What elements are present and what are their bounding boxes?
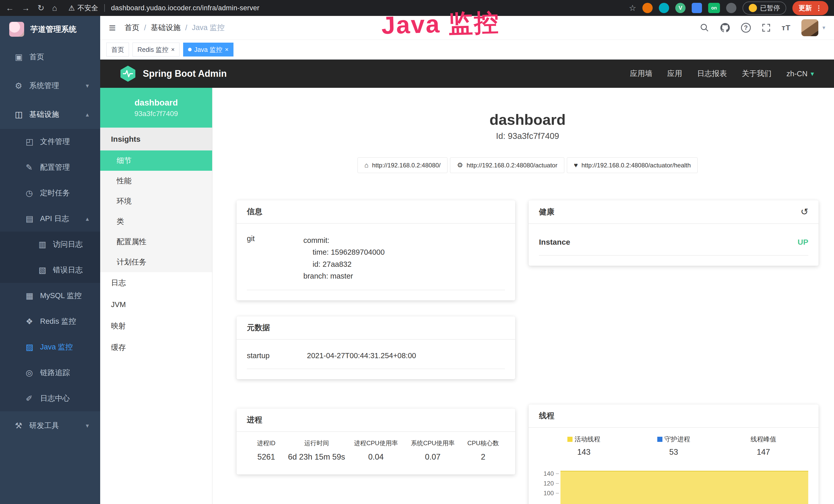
tab-home[interactable]: 首页	[106, 43, 129, 56]
sidebar-item-config-management[interactable]: ✎ 配置管理	[0, 155, 100, 180]
sba-nav-about[interactable]: 关于我们	[742, 69, 772, 79]
trace-icon: ◎	[26, 368, 40, 378]
reload-button[interactable]: ↻	[38, 4, 44, 12]
breadcrumb-infrastructure[interactable]: 基础设施	[151, 23, 180, 33]
avatar-caret-icon[interactable]: ▾	[822, 24, 825, 31]
info-card: 信息 git commit: time: 1596289704000	[237, 200, 515, 300]
address-bar[interactable]: ⚠ 不安全 dashboard.yudao.iocoder.cn/infra/a…	[68, 3, 259, 13]
sidebar-item-access-logs[interactable]: ▥ 访问日志	[0, 232, 100, 257]
fullscreen-icon[interactable]	[762, 23, 771, 32]
site-security[interactable]: ⚠ 不安全	[68, 3, 98, 13]
tab-redis-monitor[interactable]: Redis 监控 ×	[133, 43, 179, 56]
chevron-up-icon: ▴	[86, 111, 89, 118]
sidebar-item-infrastructure[interactable]: ◫ 基础设施 ▴	[0, 100, 100, 129]
cards-grid: 信息 git commit: time: 1596289704000	[237, 200, 818, 504]
sba-item-scheduled-tasks[interactable]: 计划任务	[100, 252, 212, 272]
sba-nav-wallboard[interactable]: 应用墙	[630, 69, 652, 79]
sidebar-item-label: 链路追踪	[40, 368, 70, 378]
close-icon[interactable]: ×	[171, 46, 175, 53]
sba-item-classes[interactable]: 类	[100, 211, 212, 232]
sba-instance-header[interactable]: dashboard 93a3fc7f7409	[100, 88, 212, 128]
history-icon[interactable]: ↺	[800, 206, 808, 217]
bookmark-star-icon[interactable]: ☆	[629, 4, 636, 12]
sba-body: dashboard 93a3fc7f7409 Insights 细节 性能 环境…	[100, 88, 834, 504]
profile-badge[interactable]: 已暂停	[743, 2, 786, 15]
sba-item-details[interactable]: 细节	[100, 151, 212, 171]
extension-icon-4[interactable]	[692, 3, 702, 13]
sidebar-item-system-management[interactable]: ⚙ 系统管理 ▾	[0, 71, 100, 100]
health-url-button[interactable]: ♥ http://192.168.0.2:48080/actuator/heal…	[567, 157, 698, 173]
profile-badge-label: 已暂停	[760, 4, 780, 13]
sba-item-caches[interactable]: 缓存	[100, 337, 212, 359]
back-button[interactable]: ←	[6, 4, 14, 12]
sba-item-metrics[interactable]: 性能	[100, 171, 212, 191]
forward-button[interactable]: →	[22, 4, 30, 12]
process-table-values: 5261 6d 23h 15m 59s 0.04 0.07 2	[247, 452, 505, 464]
sidebar-item-error-logs[interactable]: ▧ 错误日志	[0, 257, 100, 283]
legend-label: 守护进程	[664, 435, 690, 443]
chevron-down-icon: ▾	[811, 70, 814, 78]
process-col-uptime: 运行时间	[286, 439, 348, 447]
extension-icon-switch[interactable]: on	[708, 3, 720, 13]
sidebar-item-api-logs[interactable]: ▤ API 日志 ▴	[0, 206, 100, 232]
sba-brand[interactable]: Spring Boot Admin	[120, 66, 227, 82]
process-pid: 5261	[247, 452, 286, 462]
breadcrumb: 首页 / 基础设施 / Java 监控	[125, 23, 224, 33]
service-url: http://192.168.0.2:48080/	[372, 162, 440, 169]
service-url-button[interactable]: ⌂ http://192.168.0.2:48080/	[357, 157, 448, 173]
kebab-menu-icon[interactable]: ⋮	[815, 4, 822, 12]
sidebar-item-log-center[interactable]: ✐ 日志中心	[0, 386, 100, 411]
sidebar-item-scheduled-tasks[interactable]: ◷ 定时任务	[0, 180, 100, 206]
api-log-icon: ▤	[26, 214, 40, 224]
sba-item-mappings[interactable]: 映射	[100, 315, 212, 337]
sidebar-item-mysql-monitor[interactable]: ▦ MySQL 监控	[0, 283, 100, 308]
sidebar-item-label: Java 监控	[40, 342, 73, 352]
extension-icon-2[interactable]	[659, 3, 669, 13]
home-button[interactable]: ⌂	[52, 4, 57, 12]
breadcrumb-home[interactable]: 首页	[125, 23, 139, 33]
sba-locale-select[interactable]: zh-CN ▾	[787, 70, 814, 78]
security-label: 不安全	[77, 3, 98, 13]
sba-logo-icon	[120, 66, 136, 82]
error-log-icon: ▧	[39, 265, 53, 275]
search-icon[interactable]	[700, 23, 709, 32]
wrench-icon: ⚙	[457, 161, 463, 169]
infrastructure-icon: ◫	[15, 110, 29, 119]
extension-icon-6[interactable]	[726, 3, 737, 13]
tab-java-monitor[interactable]: Java 监控 ×	[183, 43, 234, 56]
sba-nav-journal[interactable]: 日志报表	[697, 69, 727, 79]
sba-navbar: Spring Boot Admin 应用墙 应用 日志报表 关于我们 zh-CN…	[100, 60, 834, 88]
actuator-url-button[interactable]: ⚙ http://192.168.0.2:48080/actuator	[450, 157, 564, 173]
sba-item-logs[interactable]: 日志	[100, 272, 212, 294]
sidebar-item-java-monitor[interactable]: ▨ Java 监控	[0, 334, 100, 360]
app-logo-row[interactable]: 芋道管理系统	[0, 16, 100, 43]
sidebar-item-home[interactable]: ▣ 首页	[0, 43, 100, 71]
extension-icon-1[interactable]	[642, 3, 653, 13]
font-size-icon[interactable]: тT	[782, 23, 791, 32]
access-log-icon: ▥	[39, 239, 53, 249]
sidebar-item-tracing[interactable]: ◎ 链路追踪	[0, 360, 100, 386]
sba-item-jvm[interactable]: JVM	[100, 294, 212, 315]
sidebar-item-label: 基础设施	[29, 109, 59, 120]
extension-icon-vue[interactable]: V	[675, 3, 685, 13]
update-label: 更新	[798, 4, 812, 13]
sba-item-config-props[interactable]: 配置属性	[100, 232, 212, 252]
sba-item-environment[interactable]: 环境	[100, 191, 212, 211]
metadata-label: startup	[247, 351, 307, 360]
hamburger-icon[interactable]: ≡	[109, 22, 116, 33]
avatar[interactable]	[802, 19, 818, 36]
sidebar-item-dev-tools[interactable]: ⚒ 研发工具 ▾	[0, 411, 100, 440]
active-tab-dot	[188, 48, 192, 51]
close-icon[interactable]: ×	[225, 46, 228, 53]
sidebar-item-file-management[interactable]: ◰ 文件管理	[0, 129, 100, 155]
peak-threads-value: 147	[719, 448, 808, 457]
url-text[interactable]: dashboard.yudao.iocoder.cn/infra/admin-s…	[111, 4, 259, 12]
java-monitor-icon: ▨	[26, 342, 40, 352]
live-threads-value: 143	[539, 448, 629, 457]
help-icon[interactable]: ?	[741, 23, 751, 32]
sba-nav-applications[interactable]: 应用	[667, 69, 682, 79]
github-icon[interactable]	[720, 23, 730, 33]
tabs-bar: 首页 Redis 监控 × Java 监控 ×	[100, 40, 834, 60]
sidebar-item-redis-monitor[interactable]: ❖ Redis 监控	[0, 308, 100, 334]
update-button[interactable]: 更新 ⋮	[792, 1, 828, 15]
